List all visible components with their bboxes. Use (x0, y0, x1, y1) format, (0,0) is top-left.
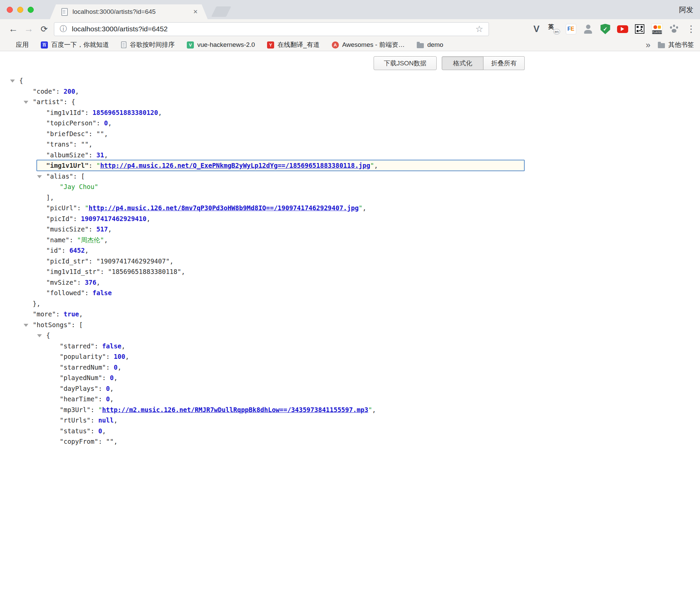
bookmarks-right: » 其他书签 (646, 40, 694, 49)
json-url-link[interactable]: http://m2.music.126.net/RMJR7wDullRqppBk… (102, 406, 368, 413)
shield-extension-icon[interactable]: ✓ (599, 23, 611, 35)
json-token: 0 (114, 364, 117, 371)
json-token: " (96, 162, 100, 169)
json-token: "" (96, 130, 104, 137)
json-token: , (121, 342, 125, 350)
json-token: : (73, 173, 81, 180)
bookmarks-overflow-chevron[interactable]: » (646, 41, 650, 49)
json-token: , (104, 130, 108, 137)
format-button[interactable]: 格式化 (442, 56, 484, 70)
json-token: : (73, 141, 81, 148)
json-token: "topicPerson" (46, 119, 96, 127)
bookmark-item[interactable]: 应用 (6, 40, 29, 49)
json-line: "playedNum": 0, (0, 373, 700, 383)
player-extension-icon[interactable]: PLAYER (651, 23, 663, 35)
collapse-all-button[interactable]: 折叠所有 (484, 56, 525, 70)
profile-name[interactable]: 阿发 (679, 5, 693, 14)
json-token: 376 (85, 279, 96, 286)
json-token: , (114, 416, 117, 424)
tab-close-icon[interactable]: × (193, 8, 198, 15)
json-token: , (79, 310, 83, 318)
bookmark-star-icon[interactable]: ☆ (475, 24, 483, 34)
address-bar[interactable]: ⓘ localhost:3000/artists?id=6452 ☆ (54, 22, 489, 36)
json-token: : (73, 215, 81, 222)
youtube-play-icon (617, 25, 628, 33)
translate-extension-icon[interactable]: 英 en (548, 23, 560, 35)
bookmark-item[interactable]: demo (417, 41, 443, 49)
json-line: "popularity": 100, (0, 351, 700, 362)
json-token: 19097417462929410 (81, 215, 146, 222)
json-line: "topicPerson": 0, (0, 118, 700, 129)
bookmark-item[interactable]: 谷歌按时间排序 (121, 40, 175, 49)
json-line: }, (0, 299, 700, 309)
bookmark-item[interactable]: Vvue-hackernews-2.0 (187, 41, 255, 49)
json-token: " (368, 406, 372, 413)
json-token: true (64, 310, 79, 318)
json-tree: {"code": 200,"artist": {"img1v1Id": 1856… (0, 51, 700, 447)
json-token: : (94, 342, 102, 350)
collapse-toggle-icon[interactable] (37, 334, 42, 337)
minimize-window-button[interactable] (17, 7, 23, 13)
json-token: : (91, 416, 98, 424)
zoom-window-button[interactable] (28, 7, 34, 13)
v-letter-icon: V (533, 24, 539, 34)
collapse-toggle-icon[interactable] (24, 324, 28, 327)
json-line: "img1v1Url": "http://p4.music.126.net/Q_… (0, 160, 700, 171)
json-token: , (110, 385, 114, 392)
json-token: : (89, 162, 96, 169)
vimium-extension-icon[interactable]: V (530, 23, 543, 35)
json-token: null (98, 416, 114, 424)
json-url-link[interactable]: http://p4.music.126.net/8mv7qP30Pd3oHW8b… (89, 204, 359, 212)
json-token: 0 (104, 119, 108, 127)
translate-pen-icon: 英 en (548, 24, 559, 34)
bookmark-item[interactable]: AAwesomes - 前端资… (332, 40, 405, 49)
qrcode-extension-icon[interactable] (634, 23, 646, 35)
json-token: : (69, 236, 77, 244)
json-token: 0 (98, 427, 102, 435)
download-json-button[interactable]: 下载JSON数据 (374, 56, 437, 70)
collapse-toggle-icon[interactable] (10, 80, 15, 83)
bookmark-item[interactable]: 百百度一下，你就知道 (41, 40, 109, 49)
json-url-link[interactable]: http://p4.music.126.net/Q_ExePNkmgB2yWyL… (100, 162, 370, 169)
fe-extension-icon[interactable]: F E (565, 23, 577, 35)
page-info-icon[interactable]: ⓘ (60, 24, 67, 34)
json-line: "picId": 19097417462929410, (0, 214, 700, 224)
back-button[interactable]: ← (5, 21, 21, 37)
folder-icon (658, 43, 665, 48)
json-token: , (372, 406, 376, 413)
reload-button[interactable]: ⟳ (36, 21, 52, 37)
json-line: "musicSize": 517, (0, 224, 700, 235)
profile-person-extension-icon[interactable] (582, 23, 594, 35)
collapse-toggle-icon[interactable] (24, 101, 28, 104)
youtube-extension-icon[interactable] (616, 23, 629, 35)
close-window-button[interactable] (7, 7, 13, 13)
forward-button: → (21, 21, 36, 37)
json-token: " (85, 204, 88, 212)
json-token: "picId" (46, 215, 73, 222)
json-line: { (0, 330, 700, 341)
json-token: 18569651883380120 (92, 109, 158, 116)
json-token: "Jay Chou" (60, 183, 98, 190)
json-token: , (85, 247, 88, 254)
json-token: : (85, 289, 92, 297)
json-token: : (64, 98, 71, 105)
browser-tab[interactable]: localhost:3000/artists?id=645 × (50, 4, 208, 19)
url-text[interactable]: localhost:3000/artists?id=6452 (72, 25, 168, 33)
json-token: " (359, 204, 362, 212)
json-token: 200 (64, 88, 75, 95)
collapse-toggle-icon[interactable] (37, 175, 42, 178)
json-token: 6452 (69, 247, 85, 254)
paw-extension-icon[interactable] (668, 23, 680, 35)
json-token: "musicSize" (46, 225, 89, 233)
new-tab-button[interactable] (211, 6, 231, 17)
json-token: : (91, 427, 98, 435)
other-bookmarks-folder[interactable]: 其他书签 (658, 40, 694, 49)
shield-check-glyph: ✓ (603, 26, 607, 32)
json-token: , (158, 109, 162, 116)
json-line: "status": 0, (0, 426, 700, 437)
json-token: : (77, 204, 85, 212)
bookmark-item[interactable]: Y在线翻译_有道 (267, 40, 320, 49)
bookmark-label: 应用 (16, 40, 29, 49)
browser-menu-icon[interactable]: ⋮ (687, 24, 695, 34)
json-token: 0 (106, 385, 110, 392)
